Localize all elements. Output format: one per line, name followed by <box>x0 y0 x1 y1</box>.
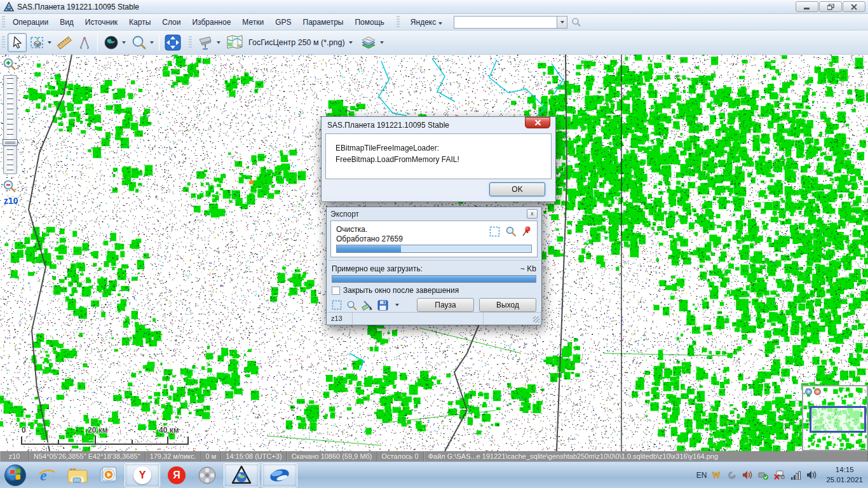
tray-volume-mixer-icon[interactable] <box>742 470 753 480</box>
ruler-icon <box>57 36 72 50</box>
tray-w-icon[interactable] <box>712 471 722 480</box>
divider <box>328 261 540 262</box>
save-icon[interactable] <box>377 300 388 311</box>
menu-parameters[interactable]: Параметры <box>297 15 349 29</box>
zoom-out-icon[interactable] <box>3 179 17 193</box>
export-dialog: Экспорт x Очистка. Обработано 27659 <box>326 207 542 325</box>
toolbar-gripper[interactable] <box>189 36 192 49</box>
error-dialog-titlebar[interactable]: SAS.Планета 191221.10095 Stable <box>322 117 555 133</box>
taskbar-file-explorer[interactable] <box>64 463 92 487</box>
export-progress-group: Очистка. Обработано 27659 <box>330 220 538 257</box>
tray-usb-icon[interactable] <box>758 470 769 480</box>
taskbar-media-player[interactable] <box>94 463 122 487</box>
windows-taskbar: e Y Я <box>0 461 868 488</box>
layers-button[interactable] <box>358 33 386 52</box>
export-dialog-close-button[interactable]: x <box>527 209 538 219</box>
compass-divider-icon <box>78 36 92 50</box>
taskbar-internet-explorer[interactable]: e <box>33 463 61 487</box>
menu-help[interactable]: Помощь <box>349 15 390 29</box>
ruler-tool-button[interactable] <box>55 33 74 52</box>
tray-swirl-icon[interactable] <box>727 471 737 480</box>
fullscreen-arrows-icon <box>165 34 181 51</box>
close-button[interactable] <box>843 1 865 12</box>
resize-grip[interactable] <box>533 316 539 323</box>
search-icon[interactable] <box>571 17 581 27</box>
error-dialog-title: SAS.Планета 191221.10095 Stable <box>327 121 449 130</box>
export-dialog-titlebar[interactable]: Экспорт x <box>327 207 541 220</box>
restore-button[interactable] <box>819 1 842 12</box>
menu-marks[interactable]: Метки <box>236 15 269 29</box>
language-indicator[interactable]: EN <box>696 471 707 480</box>
search-input[interactable] <box>454 16 557 29</box>
taskbar-media-player-classic[interactable] <box>193 463 221 487</box>
taskbar-blue-app[interactable] <box>262 463 297 487</box>
zoom-slider-track[interactable] <box>3 75 17 174</box>
tray-signal-icon[interactable] <box>790 471 801 480</box>
fullscreen-button[interactable] <box>163 33 183 52</box>
yandex-icon: Я <box>168 466 186 484</box>
menu-source[interactable]: Источник <box>79 15 123 29</box>
toolbar-gripper[interactable] <box>2 36 5 49</box>
toolbar-gripper[interactable] <box>2 16 5 29</box>
ok-button[interactable]: OK <box>489 182 545 196</box>
pan-cursor-button[interactable] <box>8 33 27 52</box>
tray-clock[interactable]: 14:15 25.01.2021 <box>822 465 863 485</box>
cleanup-progressbar <box>336 245 532 253</box>
chevron-down-icon <box>150 41 154 44</box>
menu-gps[interactable]: GPS <box>269 15 297 29</box>
map-projection-button[interactable] <box>101 33 128 52</box>
menu-maps[interactable]: Карты <box>123 15 156 29</box>
close-after-finish-checkbox[interactable] <box>332 287 340 295</box>
blue-swoosh-icon <box>269 467 290 484</box>
distance-calc-button[interactable] <box>75 33 94 52</box>
selection-tool-button[interactable] <box>28 33 53 52</box>
layers-stack-icon <box>360 35 377 50</box>
taskbar-yandex[interactable]: Я <box>163 463 191 487</box>
chevron-down-icon <box>560 21 564 24</box>
tray-speaker-icon[interactable] <box>806 470 817 480</box>
chevron-down-icon <box>438 22 442 25</box>
menu-view[interactable]: Вид <box>54 15 79 29</box>
minimap-zoom-out-button[interactable]: − <box>814 388 821 395</box>
minimize-button[interactable] <box>796 1 818 12</box>
active-map-source-label[interactable]: ГосГисЦентр 250 м (*.png) <box>248 38 345 47</box>
magnifier-icon[interactable] <box>346 300 357 311</box>
status-downloaded: Скачано 10860 (59,9 Мб) <box>287 451 377 461</box>
map-source-icon-button[interactable]: 02 <box>224 33 245 52</box>
start-button[interactable] <box>3 463 28 488</box>
menu-layers[interactable]: Слои <box>156 15 186 29</box>
menu-favorites[interactable]: Избранное <box>186 15 236 29</box>
remaining-label: Примерно еще загрузить: <box>332 264 423 273</box>
exit-button[interactable]: Выход <box>479 298 536 312</box>
export-dialog-title: Экспорт <box>330 210 359 219</box>
menu-operations[interactable]: Операции <box>7 15 54 29</box>
error-dialog-close-button[interactable] <box>525 117 550 128</box>
select-region-icon[interactable] <box>332 300 342 310</box>
minimap-viewport-rect[interactable] <box>810 406 866 433</box>
taskbar-yandex-browser[interactable]: Y <box>125 463 160 487</box>
select-region-icon[interactable] <box>489 226 500 237</box>
overview-minimap[interactable]: + − <box>802 385 868 451</box>
search-combo-dropdown-button[interactable] <box>557 16 567 29</box>
route-tools-icon[interactable]: 2 <box>362 300 373 311</box>
chevron-down-icon[interactable] <box>349 41 353 44</box>
window-titlebar[interactable]: SAS.Планета 191221.10095 Stable <box>0 0 868 14</box>
pause-button[interactable]: Пауза <box>417 298 474 312</box>
chevron-down-icon[interactable] <box>395 304 399 306</box>
zoom-in-icon[interactable] <box>3 57 17 71</box>
search-toolbar-gripper[interactable] <box>397 16 400 29</box>
taskbar-sas-planet[interactable] <box>224 463 259 487</box>
minimap-zoom-in-button[interactable]: + <box>805 388 812 395</box>
dark-globe-icon <box>103 34 119 51</box>
scale-label-0: 0 <box>22 426 26 435</box>
magnifier-icon[interactable] <box>505 226 517 237</box>
status-coordinates: N54°05'26,3855" E42°18'38,3685" <box>29 451 146 461</box>
pin-icon[interactable] <box>522 226 532 237</box>
gps-connect-button[interactable] <box>194 33 222 52</box>
search-provider-dropdown[interactable]: Яндекс <box>405 15 445 29</box>
zoom-slider-handle[interactable] <box>3 139 18 146</box>
zoom-tool-button[interactable] <box>129 33 156 52</box>
select-region-icon <box>30 35 45 50</box>
error-dialog: SAS.Планета 191221.10095 Stable EBitmapT… <box>321 116 556 202</box>
tray-network-error-icon[interactable] <box>774 470 785 480</box>
